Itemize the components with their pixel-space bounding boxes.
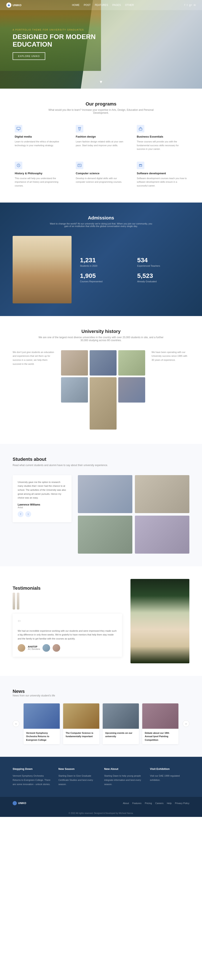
svg-rect-1 [17,127,20,130]
hero-section: A PORTFOLIO THEME FOR UNIVERSITY GRADUAT… [0,0,202,89]
footer-col-title-0: Stepping Down [13,767,52,770]
avatar-3[interactable] [53,644,60,652]
footer-logo-icon [13,801,17,805]
news-card-title-1: The Computer Science is fundamentally im… [66,731,97,738]
deco-bar-2 [17,593,19,609]
program-software: Software development Software developmen… [135,159,189,190]
testimonials-section: Testimonials " We had an incredible expe… [0,566,202,676]
footer-col-0: Stepping Down Vermont Symphony Orchestra… [13,767,52,786]
program-desc-1: Learn fashion design related skills at y… [76,140,126,147]
svg-marker-0 [8,4,10,6]
history-icon [15,162,22,169]
history-text-left: We don't just give students an education… [13,350,55,431]
nav-logo[interactable]: UNIKO [6,3,22,8]
stat-graduated: 5,523 Already Graduated [137,272,189,283]
hero-content: A PORTFOLIO THEME FOR UNIVERSITY GRADUAT… [13,29,101,60]
program-name-3: History & Philosophy [15,172,65,175]
social-linkedin[interactable]: in [194,3,196,6]
students-subtitle: Read what current students and alumni ha… [13,464,189,467]
hero-explore-button[interactable]: EXPLORE UNIKO [13,52,45,60]
news-card-image-3 [142,703,178,729]
history-photo-4 [61,377,88,402]
news-card-body-2: Upcoming events on our university [103,729,139,741]
news-card-image-2 [103,703,139,729]
testimonials-text: We had an incredible experience working … [18,629,117,641]
admissions-subtitle: Want to change the world? At our univers… [48,223,154,228]
news-card-0: Vermont Symphony Orchestra Returns to Ev… [24,703,60,745]
stat-students: 1,231 Students in 2020 [80,256,132,267]
nav-home[interactable]: HOME [72,3,79,6]
footer-logo[interactable]: UNIKO [13,801,26,805]
programs-section: Our programs What would you like to lear… [0,89,202,202]
admissions-stats: 1,231 Students in 2020 534 Experienced T… [80,256,189,283]
news-prev-button[interactable]: ‹ [13,720,19,727]
nav-links: HOME POST FEATURES PAGES OTHER [72,3,134,6]
news-card-image-1 [63,703,99,729]
nav-features[interactable]: FEATURES [95,3,108,6]
testimonials-right [131,579,189,663]
social-twitter[interactable]: t [187,3,188,6]
news-header: News News from our university student's … [13,689,189,697]
navbar: UNIKO HOME POST FEATURES PAGES OTHER f t… [0,0,202,10]
news-card-title-0: Vermont Symphony Orchestra Returns to Ev… [26,731,57,742]
footer-col-title-1: New Season [58,767,98,770]
programs-subtitle: What would you like to learn? Increase y… [48,108,154,115]
history-photo-6 [118,377,145,402]
history-photos-grid [61,350,145,431]
footer-nav-careers[interactable]: Careers [155,802,164,805]
news-next-button[interactable]: › [183,720,189,727]
news-card-body-3: Debate about our 19th Annual Ipsel Paint… [142,729,178,745]
social-twitter-btn[interactable]: t [25,511,31,517]
news-card-3: Debate about our 19th Annual Ipsel Paint… [142,703,178,745]
social-facebook-btn[interactable]: f [18,511,24,517]
admissions-title: Admissions [13,215,189,221]
stat-graduated-number: 5,523 [137,272,189,279]
social-facebook[interactable]: f [184,3,185,6]
footer-nav-help[interactable]: Help [167,802,172,805]
history-photo-3 [118,350,145,375]
testimonial-author: Lawrence Williams [18,503,66,506]
testimonials-decorative [13,593,122,609]
footer-logo-text: UNIKO [18,802,26,805]
avatar-name-1: АНАТОР [28,645,40,648]
history-content: We don't just give students an education… [13,350,189,431]
footer-col-2: New About Starting Dawn to help young pe… [104,767,144,786]
avatar-role-1: Art, Bandana [28,648,40,650]
footer-col-text-1: Starting Dawn to Give Graduate Certifica… [58,774,98,786]
testimonial-role: Artist [18,506,66,509]
nav-post[interactable]: POST [84,3,91,6]
news-card-body-0: Vermont Symphony Orchestra Returns to Ev… [24,729,60,745]
history-text-right: We have been operating with our Universi… [152,350,189,431]
social-google[interactable]: g+ [189,3,192,6]
footer-top: Stepping Down Vermont Symphony Orchestra… [0,757,202,797]
students-photos-grid [78,475,189,554]
hero-subtitle: A PORTFOLIO THEME FOR UNIVERSITY GRADUAT… [13,29,101,31]
history-photo-1 [61,350,88,375]
avatar-1 [18,644,25,652]
footer-nav-privacy[interactable]: Privacy Policy [175,802,189,805]
nav-other[interactable]: OTHER [125,3,134,6]
nav-social: f t g+ in [184,3,196,6]
student-photo-4 [135,515,189,554]
news-card-title-3: Debate about our 19th Annual Ipsel Paint… [145,731,176,742]
footer-nav-pricing[interactable]: Pricing [145,802,152,805]
nav-pages[interactable]: PAGES [112,3,121,6]
avatar-2[interactable] [43,644,50,652]
program-desc-4: Develop in-demand digital skills with ou… [76,177,126,184]
program-name-5: Software development [137,172,187,175]
hero-scroll-arrow[interactable]: ▼ [99,80,103,84]
student-photo-1 [78,475,133,513]
computer-science-icon [76,162,83,169]
footer-nav-about[interactable]: About [123,802,129,805]
quote-mark: " [18,619,117,627]
footer-nav-features[interactable]: Features [133,802,141,805]
admissions-section: Admissions Want to change the world? At … [0,202,202,316]
testimonials-title: Testimonials [13,585,122,591]
hero-title: DESIGNED FOR MODERN EDUCATION [13,33,101,48]
students-about-section: Students about Read what current student… [0,444,202,566]
student-photo-3 [78,515,133,554]
stat-teachers: 534 Experienced Teachers [137,256,189,267]
news-cards: Vermont Symphony Orchestra Returns to Ev… [24,703,178,745]
news-card-body-1: The Computer Science is fundamentally im… [63,729,99,741]
footer-nav: About Features Pricing Careers Help Priv… [123,802,189,805]
